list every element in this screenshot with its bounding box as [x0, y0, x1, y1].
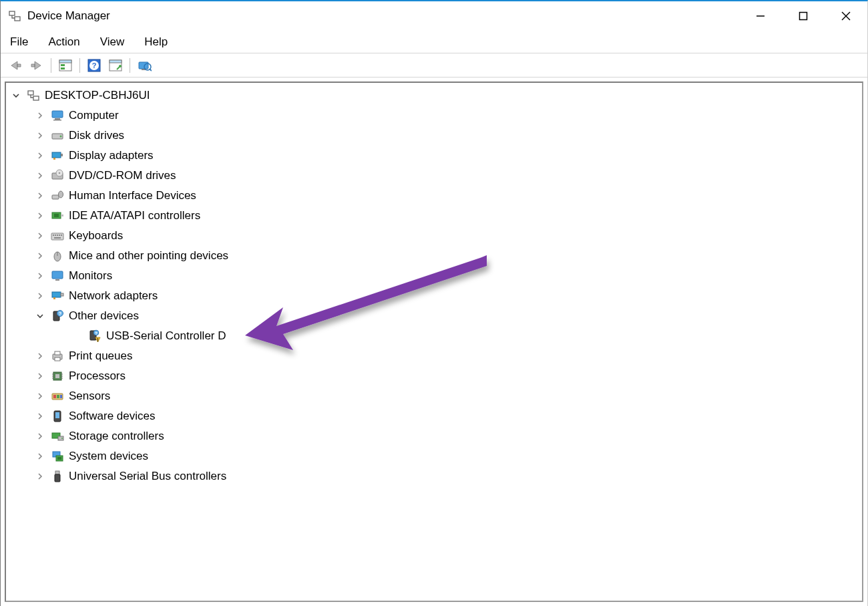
svg-rect-29: [53, 158, 55, 160]
tree-item-software-devices[interactable]: Software devices: [9, 406, 859, 426]
svg-rect-73: [60, 395, 62, 398]
tree-item-usb-controllers[interactable]: Universal Serial Bus controllers: [9, 466, 859, 486]
tree-item-processors[interactable]: Processors: [9, 366, 859, 386]
chevron-right-icon[interactable]: [34, 390, 46, 402]
tree-item-other-devices[interactable]: ? Other devices: [9, 306, 859, 326]
menubar: File Action View Help: [1, 31, 867, 53]
chevron-right-icon[interactable]: [34, 450, 46, 462]
tree-item-label: Disk drives: [69, 129, 124, 142]
svg-rect-3: [800, 13, 807, 20]
svg-text:!: !: [97, 337, 98, 342]
svg-rect-38: [51, 233, 63, 240]
svg-rect-21: [33, 96, 39, 100]
dvd-icon: [50, 168, 65, 183]
tree-item-label: System devices: [69, 450, 148, 463]
warning-device-icon: ?!: [87, 329, 102, 343]
chevron-right-icon[interactable]: [34, 470, 46, 482]
toolbar-back[interactable]: [6, 57, 25, 74]
chevron-right-icon[interactable]: [34, 230, 46, 242]
svg-rect-7: [59, 60, 71, 63]
svg-rect-41: [57, 235, 58, 236]
tree-item-label: Computer: [69, 109, 119, 122]
chevron-right-icon[interactable]: [34, 350, 46, 362]
toolbar-separator: [51, 58, 51, 73]
chevron-right-icon[interactable]: [34, 190, 46, 202]
tree-item-system-devices[interactable]: System devices: [9, 446, 859, 466]
tree-item-label: Storage controllers: [69, 430, 164, 443]
close-button[interactable]: [825, 1, 867, 31]
tree-item-label: Human Interface Devices: [69, 189, 196, 202]
tree-item-monitors[interactable]: Monitors: [9, 266, 859, 286]
tree-root[interactable]: DESKTOP-CBHJ6UI: [9, 86, 859, 106]
chevron-right-icon[interactable]: [34, 250, 46, 262]
svg-rect-24: [53, 120, 61, 121]
chevron-right-icon[interactable]: [34, 130, 46, 142]
device-manager-window: Device Manager File Action View Help: [0, 0, 868, 606]
chevron-right-icon[interactable]: [34, 150, 46, 162]
other-devices-icon: ?: [50, 309, 65, 323]
tree-item-print-queues[interactable]: Print queues: [9, 346, 859, 366]
svg-rect-61: [55, 357, 60, 361]
computer-root-icon: [26, 88, 41, 103]
processor-icon: [50, 369, 65, 384]
chevron-down-icon[interactable]: [34, 310, 46, 322]
tree-item-hid[interactable]: Human Interface Devices: [9, 186, 859, 206]
tree-item-keyboards[interactable]: Keyboards: [9, 226, 859, 246]
chevron-right-icon[interactable]: [34, 210, 46, 222]
chevron-right-icon[interactable]: [34, 270, 46, 282]
tree-item-label: Monitors: [69, 269, 112, 283]
toolbar-help[interactable]: ?: [85, 57, 103, 74]
tree-item-label: Other devices: [69, 309, 139, 323]
toolbar-properties[interactable]: [106, 57, 125, 74]
svg-rect-72: [57, 395, 59, 398]
svg-rect-44: [54, 237, 61, 239]
tree-item-label: DVD/CD-ROM drives: [69, 169, 176, 182]
chevron-right-icon[interactable]: [34, 290, 46, 302]
svg-rect-22: [52, 111, 63, 118]
tree-item-network[interactable]: Network adapters: [9, 286, 859, 306]
menu-view[interactable]: View: [97, 34, 128, 50]
tree-item-label: Keyboards: [69, 229, 123, 243]
monitor-icon: [50, 269, 65, 283]
svg-rect-8: [61, 64, 65, 66]
chevron-right-icon[interactable]: [34, 170, 46, 182]
window-title: Device Manager: [27, 9, 739, 23]
svg-rect-39: [53, 235, 54, 236]
menu-file[interactable]: File: [7, 34, 31, 50]
maximize-button[interactable]: [782, 1, 825, 31]
svg-rect-27: [52, 152, 61, 158]
toolbar-scan[interactable]: [135, 57, 154, 74]
usb-icon: [50, 469, 65, 484]
svg-rect-50: [53, 297, 55, 299]
menu-action[interactable]: Action: [45, 34, 82, 50]
ide-icon: [50, 208, 65, 223]
toolbar-show-hidden[interactable]: [56, 57, 75, 74]
device-tree[interactable]: DESKTOP-CBHJ6UI Computer Disk drives Dis…: [5, 82, 863, 602]
chevron-right-icon[interactable]: [34, 370, 46, 382]
network-icon: [50, 289, 65, 303]
svg-rect-47: [52, 271, 63, 279]
tree-item-display-adapters[interactable]: Display adapters: [9, 146, 859, 166]
tree-item-usb-serial-controller[interactable]: ?! USB-Serial Controller D: [9, 326, 859, 346]
minimize-button[interactable]: [739, 1, 782, 31]
svg-point-78: [61, 438, 63, 439]
tree-item-sensors[interactable]: Sensors: [9, 386, 859, 406]
tree-item-computer[interactable]: Computer: [9, 106, 859, 126]
tree-item-storage-controllers[interactable]: Storage controllers: [9, 426, 859, 446]
chevron-right-icon[interactable]: [34, 110, 46, 122]
titlebar: Device Manager: [1, 1, 867, 31]
chevron-right-icon[interactable]: [34, 410, 46, 422]
sensor-icon: [50, 389, 65, 404]
tree-item-disk-drives[interactable]: Disk drives: [9, 126, 859, 146]
chevron-right-icon[interactable]: [34, 430, 46, 442]
svg-point-15: [119, 65, 122, 67]
menu-help[interactable]: Help: [142, 34, 170, 50]
tree-item-label: IDE ATA/ATAPI controllers: [69, 209, 200, 222]
svg-rect-49: [52, 292, 61, 297]
chevron-down-icon[interactable]: [10, 90, 22, 102]
tree-item-ide[interactable]: IDE ATA/ATAPI controllers: [9, 206, 859, 226]
toolbar-forward[interactable]: [27, 57, 46, 74]
tree-item-dvd[interactable]: DVD/CD-ROM drives: [9, 166, 859, 186]
tree-item-label: Software devices: [69, 410, 155, 423]
tree-item-mice[interactable]: Mice and other pointing devices: [9, 246, 859, 266]
